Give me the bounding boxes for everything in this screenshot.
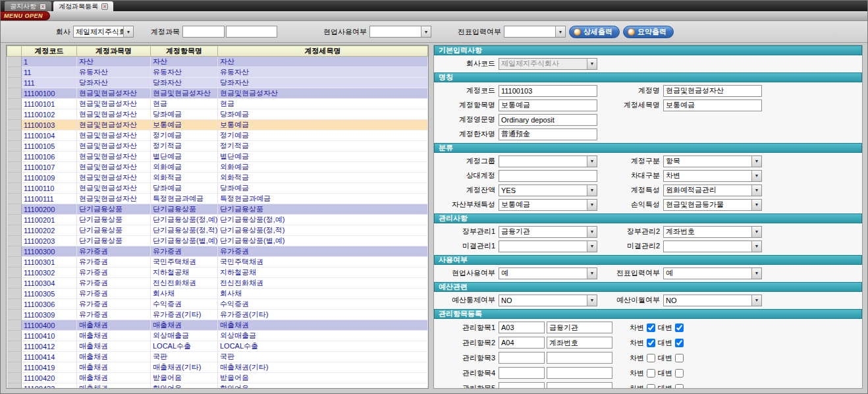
asset-liability-select[interactable]: 보통예금 ▼ [499,199,597,211]
debit-credit-gubun-select[interactable]: 차변 ▼ [663,170,762,182]
budget-control-select[interactable]: NO ▼ [499,295,597,306]
table-row[interactable]: 11100419매출채권매출채권(기타)매출채권(기타) [7,362,428,373]
row-selector[interactable] [7,141,22,152]
table-row[interactable]: 11100102현금및현금성자산당좌예금당좌예금 [7,109,428,120]
mgmt-item-name-input[interactable] [547,352,612,364]
credit-checkbox[interactable] [675,369,684,378]
table-row[interactable]: 11100304유가증권전신전화채권전신전화채권 [7,278,428,289]
table-row[interactable]: 11유동자산유동자산유동자산 [7,67,428,78]
table-row[interactable]: 1자산자산자산 [7,57,428,67]
open-manage2-select[interactable]: ▼ [663,240,762,252]
table-row[interactable]: 11100300유가증권유가증권유가증권 [7,246,428,257]
table-row[interactable]: 111당좌자산당좌자산당좌자산 [7,78,428,88]
table-row[interactable]: 11100420매출채권받을어음받을어음 [7,373,428,383]
account-code-field[interactable] [499,85,597,97]
table-row[interactable]: 11100412매출채권LOCAL수출LOCAL수출 [7,341,428,352]
book-manage1-select[interactable]: 금융기관 ▼ [499,226,597,238]
menu-open-button[interactable]: MENU OPEN [1,11,50,20]
table-row[interactable]: 11100422매출채권할인어음할인어음 [7,383,428,389]
row-selector[interactable] [7,373,22,383]
close-icon[interactable]: x [101,3,108,10]
mgmt-item-name-input[interactable] [547,367,612,379]
mgmt-item-code-input[interactable] [499,382,545,389]
table-row[interactable]: 11100100현금및현금성자산현금및현금성자산현금및현금성자산 [7,88,428,99]
table-row[interactable]: 11100306유가증권수익증권수익증권 [7,299,428,310]
row-selector[interactable] [7,99,22,109]
row-selector[interactable] [7,204,22,215]
row-selector[interactable] [7,299,22,310]
account-characteristic-select[interactable]: 원화예적금관리 ▼ [663,184,762,196]
row-selector[interactable] [7,320,22,331]
mgmt-item-code-input[interactable] [499,352,545,364]
table-row[interactable]: 11100107현금및현금성자산외화예금외화예금 [7,162,428,173]
row-selector[interactable] [7,310,22,320]
table-row[interactable]: 11100410매출채권외상매출금외상매출금 [7,331,428,341]
table-row[interactable]: 11100400매출채권매출채권매출채권 [7,320,428,331]
row-selector[interactable] [7,130,22,141]
row-selector[interactable] [7,236,22,246]
credit-checkbox[interactable] [675,384,684,389]
row-selector[interactable] [7,109,22,120]
row-selector[interactable] [7,352,22,362]
table-row[interactable]: 11100105현금및현금성자산정기적금정기적금 [7,141,428,152]
row-selector[interactable] [7,331,22,341]
mgmt-item-name-input[interactable] [547,337,612,349]
row-selector[interactable] [7,67,22,78]
row-selector[interactable] [7,152,22,162]
row-selector[interactable] [7,194,22,204]
row-selector[interactable] [7,362,22,373]
row-selector[interactable] [7,341,22,352]
debit-checkbox[interactable] [647,324,655,332]
credit-checkbox[interactable] [675,324,684,332]
table-row[interactable]: 11100414매출채권국판국판 [7,352,428,362]
tab-notice[interactable]: 공지사항 x [5,1,51,11]
slip-input-select[interactable]: ▼ [504,26,566,38]
profit-loss-select[interactable]: 현금및현금등가물 ▼ [663,199,762,211]
account-group-select[interactable]: ▼ [499,155,597,167]
table-row[interactable]: 11100200단기금융상품단기금융상품단기금융상품 [7,204,428,215]
table-row[interactable]: 11100109현금및현금성자산외화적금외화적금 [7,173,428,183]
table-row[interactable]: 11100301유가증권국민주택채권국민주택채권 [7,257,428,267]
table-row[interactable]: 11100302유가증권지하철공채지하철공채 [7,267,428,278]
account-english-field[interactable] [499,114,597,126]
row-selector[interactable] [7,57,22,67]
mgmt-item-code-input[interactable] [499,367,545,379]
debit-checkbox[interactable] [647,354,655,362]
close-icon[interactable]: x [40,3,46,10]
account-name-field[interactable] [663,85,762,97]
row-selector[interactable] [7,278,22,289]
mgmt-item-code-input[interactable] [499,322,545,333]
debit-checkbox[interactable] [647,384,655,389]
row-selector[interactable] [7,257,22,267]
account-balance-select[interactable]: YES ▼ [499,184,597,196]
field-use-detail-select[interactable]: 예 ▼ [499,267,597,279]
open-manage1-select[interactable]: ▼ [499,240,597,252]
row-selector[interactable] [7,88,22,99]
table-row[interactable]: 11100305유가증권회사채회사채 [7,289,428,299]
account-hanja-field[interactable] [499,128,597,140]
row-selector[interactable] [7,289,22,299]
row-selector[interactable] [7,225,22,236]
table-row[interactable]: 11100309유가증권유가증권(기타)유가증권(기타) [7,310,428,320]
account-name-input[interactable] [226,26,277,38]
row-selector[interactable] [7,383,22,389]
counter-account-field[interactable] [499,170,597,182]
account-gubun-select[interactable]: 항목 ▼ [663,155,762,167]
row-selector[interactable] [7,162,22,173]
table-row[interactable]: 11100101현금및현금성자산현금현금 [7,99,428,109]
table-row[interactable]: 11100104현금및현금성자산정기예금정기예금 [7,130,428,141]
row-selector[interactable] [7,173,22,183]
table-row[interactable]: 11100111현금및현금성자산특정현금과예금특정현금과예금 [7,194,428,204]
tab-account-registration[interactable]: 계정과목등록 x [53,1,113,11]
mgmt-item-code-input[interactable] [499,337,545,349]
account-code-input[interactable] [182,26,225,38]
debit-checkbox[interactable] [647,339,655,347]
table-row[interactable]: 11100201단기금융상품단기금융상품(정,예)단기금융상품(정,예) [7,215,428,225]
debit-checkbox[interactable] [647,369,655,378]
company-code-select[interactable]: 제일제지주식회사 ▼ [499,58,597,70]
row-selector[interactable] [7,246,22,257]
detail-print-button[interactable]: 상세출력 [569,26,620,38]
row-selector[interactable] [7,120,22,130]
table-row[interactable]: 11100110현금및현금성자산당좌예금당좌예금 [7,183,428,194]
credit-checkbox[interactable] [675,339,684,347]
